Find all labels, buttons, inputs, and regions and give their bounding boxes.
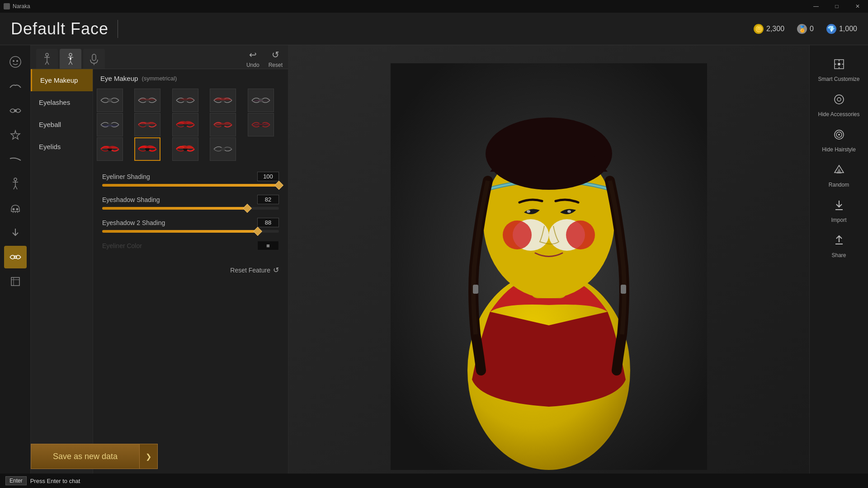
import-button[interactable]: Import <box>813 195 864 227</box>
makeup-option-1[interactable] <box>97 89 123 112</box>
svg-point-60 <box>838 134 840 136</box>
eyeshadow-shading-thumb[interactable] <box>243 204 252 213</box>
eyeshadow2-shading-thumb[interactable] <box>253 227 262 236</box>
sidebar-item-skull[interactable] <box>4 197 27 220</box>
hide-accessories-icon <box>833 93 845 108</box>
makeup-option-7[interactable] <box>134 113 160 136</box>
share-button[interactable]: Share <box>813 230 864 262</box>
eyeliner-shading-track[interactable] <box>102 184 279 187</box>
undo-label: Undo <box>246 62 259 68</box>
makeup-option-8[interactable] <box>172 113 198 136</box>
undo-reset-controls: ↩ Undo ↺ Reset <box>246 49 283 68</box>
svg-point-56 <box>835 95 844 104</box>
sidebar-item-eye-active[interactable] <box>4 246 27 268</box>
eyeshadow2-label-row: Eyeshadow 2 Shading 88 <box>102 218 279 227</box>
sidebar-item-stars[interactable] <box>4 124 27 146</box>
save-new-data-button[interactable]: Save as new data <box>31 444 140 469</box>
sub-menu-eyelids[interactable]: Eyelids <box>31 136 93 158</box>
hide-hairstyle-icon <box>833 128 845 144</box>
eyeshadow2-shading-row: Eyeshadow 2 Shading 88 <box>102 218 279 233</box>
silver-value: 0 <box>810 25 814 33</box>
makeup-option-12[interactable] <box>134 137 160 161</box>
svg-point-3 <box>14 109 17 112</box>
panel: ↩ Undo ↺ Reset Eye Makeup Eyelashes Eyeb… <box>31 45 288 488</box>
tab-body[interactable] <box>36 49 58 69</box>
sub-menu-eyeball[interactable]: Eyeball <box>31 113 93 136</box>
svg-point-40 <box>527 210 530 213</box>
app-icon <box>4 3 10 9</box>
svg-point-2 <box>16 60 18 62</box>
character-viewport <box>288 45 809 488</box>
svg-point-5 <box>14 178 17 181</box>
makeup-option-13[interactable] <box>172 137 198 161</box>
sidebar-item-lines[interactable] <box>4 148 27 171</box>
save-dropdown-arrow[interactable]: ❯ <box>140 444 158 469</box>
undo-button[interactable]: ↩ Undo <box>246 49 259 68</box>
gold-icon: 🪙 <box>754 24 764 34</box>
blue-icon: 💎 <box>826 24 836 34</box>
eyeliner-shading-value[interactable]: 100 <box>257 172 279 181</box>
makeup-title: Eye Makeup <box>100 75 138 82</box>
reset-label: Reset <box>269 62 283 68</box>
tab-face[interactable] <box>60 49 81 69</box>
smart-customize-label: Smart Customize <box>818 76 859 82</box>
makeup-grid <box>97 89 284 161</box>
makeup-option-6[interactable] <box>97 113 123 136</box>
sidebar-item-face[interactable] <box>4 51 27 73</box>
tab-voice[interactable] <box>83 49 105 69</box>
reset-icon: ↺ <box>272 49 279 60</box>
maximize-button[interactable]: □ <box>826 0 847 13</box>
svg-point-7 <box>16 208 18 211</box>
svg-marker-4 <box>11 131 20 139</box>
makeup-option-14[interactable] <box>210 137 236 161</box>
sub-menu-eyelashes[interactable]: Eyelashes <box>31 91 93 113</box>
svg-rect-16 <box>92 54 96 61</box>
makeup-option-2[interactable] <box>134 89 160 112</box>
svg-point-14 <box>69 53 72 56</box>
import-label: Import <box>831 217 846 223</box>
sidebar-item-eyes[interactable] <box>4 99 27 122</box>
svg-point-1 <box>13 60 14 62</box>
eyeshadow-shading-value[interactable]: 82 <box>257 195 279 204</box>
hide-hairstyle-button[interactable]: Hide Hairstyle <box>813 125 864 156</box>
reset-button[interactable]: ↺ Reset <box>269 49 283 68</box>
reset-feature-button[interactable]: Reset Feature ↺ <box>230 266 279 274</box>
sidebar-item-body[interactable] <box>4 173 27 195</box>
fourth-label-row: Eyeliner Color ■ <box>102 241 279 250</box>
svg-point-13 <box>46 53 48 56</box>
smart-customize-icon <box>833 58 845 73</box>
sub-menu-eye-makeup[interactable]: Eye Makeup <box>31 69 93 91</box>
random-button[interactable]: Random <box>813 160 864 192</box>
eyeshadow2-shading-track[interactable] <box>102 230 279 233</box>
fourth-value: ■ <box>257 241 279 250</box>
reset-feature-row: Reset Feature ↺ <box>97 262 284 278</box>
makeup-subtitle: (symmetrical) <box>142 75 177 82</box>
makeup-header: Eye Makeup (symmetrical) <box>97 73 284 84</box>
minimize-button[interactable]: — <box>806 0 826 13</box>
makeup-option-10[interactable] <box>248 113 274 136</box>
panel-inner: ↩ Undo ↺ Reset Eye Makeup Eyelashes Eyeb… <box>31 45 288 488</box>
enter-key-badge: Enter <box>5 476 27 485</box>
share-icon <box>833 234 845 249</box>
smart-customize-button[interactable]: Smart Customize <box>813 54 864 86</box>
main-content: ↩ Undo ↺ Reset Eye Makeup Eyelashes Eyeb… <box>0 45 868 488</box>
eyeshadow2-shading-label: Eyeshadow 2 Shading <box>102 219 165 226</box>
eyeshadow2-shading-fill <box>102 230 258 233</box>
eyeshadow2-shading-value[interactable]: 88 <box>257 218 279 227</box>
eyeliner-shading-thumb[interactable] <box>274 181 283 190</box>
makeup-option-3[interactable] <box>172 89 198 112</box>
eyeshadow-shading-track[interactable] <box>102 207 279 210</box>
makeup-option-4[interactable] <box>210 89 236 112</box>
makeup-option-11[interactable] <box>97 137 123 161</box>
header: Default Face 🪙 2,300 🏅 0 💎 1,000 <box>0 13 868 45</box>
eyeshadow-shading-label: Eyeshadow Shading <box>102 196 160 203</box>
makeup-option-5[interactable] <box>248 89 274 112</box>
sidebar-item-brows[interactable] <box>4 75 27 98</box>
sidebar-item-frame[interactable] <box>4 270 27 293</box>
makeup-option-9[interactable] <box>210 113 236 136</box>
hide-accessories-button[interactable]: Hide Accessories <box>813 89 864 121</box>
sidebar-item-arrow[interactable] <box>4 221 27 244</box>
close-button[interactable]: ✕ <box>847 0 868 13</box>
eyeshadow-shading-row: Eyeshadow Shading 82 <box>102 195 279 210</box>
eyeliner-shading-row: Eyeliner Shading 100 <box>102 172 279 187</box>
